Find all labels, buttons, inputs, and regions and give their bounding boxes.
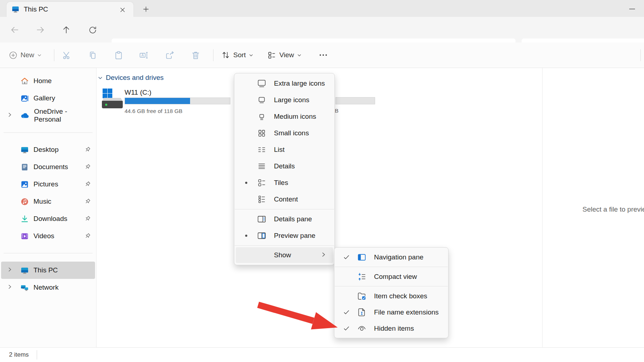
sidebar-item-videos[interactable]: Videos (1, 227, 95, 245)
submenu-item-hidden-items[interactable]: Hidden items (336, 320, 447, 336)
pin-icon (84, 198, 91, 205)
new-tab-button[interactable] (141, 4, 150, 14)
sidebar-item-home[interactable]: Home (1, 72, 95, 90)
sidebar-item-label: Downloads (33, 215, 67, 223)
sidebar-item-network[interactable]: Network (1, 279, 95, 296)
share-button[interactable] (165, 42, 175, 68)
menu-item-show[interactable]: Show (236, 247, 333, 263)
rename-button[interactable]: A (139, 42, 149, 68)
delete-icon (191, 50, 201, 60)
sidebar-item-desktop[interactable]: Desktop (1, 141, 95, 158)
submenu-item-label: Navigation pane (374, 253, 423, 261)
sidebar-item-label: Documents (33, 163, 68, 171)
menu-item-tiles[interactable]: Tiles (236, 175, 333, 191)
sidebar-item-onedrive[interactable]: OneDrive - Personal (1, 107, 95, 124)
sidebar-item-pictures[interactable]: Pictures (1, 176, 95, 193)
status-bar-divider (37, 350, 37, 359)
sidebar-item-downloads[interactable]: Downloads (1, 210, 95, 227)
expand-chevron-icon[interactable] (7, 267, 14, 274)
submenu-item-item-check-boxes[interactable]: Item check boxes (336, 288, 447, 304)
second-drive-text-fragment: B (335, 108, 338, 114)
refresh-button[interactable] (87, 24, 98, 35)
see-more-button[interactable] (318, 42, 328, 68)
menu-item-preview-pane[interactable]: Preview pane (236, 227, 333, 244)
delete-button[interactable] (191, 42, 201, 68)
onedrive-icon (21, 111, 30, 120)
submenu-item-label: File name extensions (374, 308, 439, 316)
sidebar-item-label: Home (33, 77, 52, 85)
up-button[interactable] (61, 24, 72, 35)
sidebar-item-label: Pictures (33, 180, 58, 188)
collapse-chevron-icon[interactable] (98, 75, 103, 81)
rename-icon: A (139, 50, 149, 60)
explorer-tab[interactable]: This PC (6, 2, 134, 17)
checkmark-icon (340, 254, 352, 261)
devices-and-drives-header[interactable]: Devices and drives (98, 74, 164, 82)
copy-button[interactable] (88, 42, 98, 68)
sidebar-separator (0, 124, 96, 141)
menu-item-label: Extra large icons (274, 80, 325, 87)
sidebar-item-label: Videos (33, 232, 54, 240)
view-button-label: View (279, 51, 294, 59)
menu-item-details[interactable]: Details (236, 158, 333, 175)
cut-icon (62, 50, 72, 60)
menu-item-list[interactable]: List (236, 141, 333, 158)
submenu-item-file-name-extensions[interactable]: File name extensions (336, 304, 447, 320)
sidebar-item-label: This PC (33, 266, 58, 274)
gallery-icon (21, 94, 29, 103)
sidebar-item-label: Gallery (33, 94, 55, 102)
navigation-pane-icon (352, 253, 371, 262)
sidebar-item-this-pc[interactable]: This PC (1, 262, 95, 279)
selected-bullet-icon (245, 235, 247, 237)
back-button[interactable] (9, 24, 20, 35)
hidden-items-icon (352, 324, 371, 333)
sidebar-item-gallery[interactable]: Gallery (1, 90, 95, 107)
new-button[interactable]: New (9, 42, 42, 68)
menu-item-large-icons[interactable]: Large icons (236, 92, 333, 108)
expand-chevron-icon[interactable] (7, 284, 14, 291)
sidebar-item-music[interactable]: Music (1, 193, 95, 210)
tab-title: This PC (24, 5, 48, 13)
small-icons-icon (252, 128, 271, 138)
paste-button[interactable] (114, 42, 123, 68)
navigation-bar: This PC (0, 17, 644, 42)
menu-item-content[interactable]: Content (236, 191, 333, 208)
view-button[interactable]: View (267, 42, 302, 68)
toolbar-divider-3 (640, 49, 641, 61)
group-header-label: Devices and drives (106, 74, 164, 82)
item-count: 2 items (9, 351, 29, 358)
pin-icon (84, 164, 91, 170)
drive-c-name[interactable]: W11 (C:) (125, 89, 152, 96)
menu-item-small-icons[interactable]: Small icons (236, 125, 333, 141)
pin-icon (84, 216, 91, 222)
new-button-label: New (21, 51, 34, 59)
command-toolbar: New A Sort View (0, 42, 644, 68)
drive-c-icon[interactable] (102, 89, 123, 109)
submenu-separator (335, 267, 448, 267)
menu-item-extra-large-icons[interactable]: Extra large icons (236, 75, 333, 92)
submenu-item-navigation-pane[interactable]: Navigation pane (336, 249, 447, 265)
menu-item-medium-icons[interactable]: Medium icons (236, 108, 333, 125)
this-pc-icon (21, 266, 29, 275)
sort-button[interactable]: Sort (221, 42, 253, 68)
drive-usage-fill (125, 98, 190, 104)
menu-item-label: Details pane (274, 215, 312, 223)
sidebar-item-documents[interactable]: Documents (1, 158, 95, 176)
menu-item-details-pane[interactable]: Details pane (236, 211, 333, 227)
submenu-item-compact-view[interactable]: Compact view (336, 268, 447, 285)
preview-placeholder-text: Select a file to preview (582, 205, 644, 213)
plus-circle-icon (9, 51, 18, 60)
menu-item-label: Show (274, 251, 291, 259)
sidebar-item-label: Network (33, 284, 59, 291)
sort-icon (221, 50, 230, 60)
forward-button[interactable] (35, 24, 46, 35)
pin-icon (84, 146, 91, 153)
cut-button[interactable] (62, 42, 72, 68)
tab-close-icon[interactable] (118, 5, 127, 14)
windows-logo-icon (103, 89, 113, 99)
expand-chevron-icon[interactable] (7, 112, 14, 119)
chevron-down-icon (297, 53, 302, 58)
menu-item-label: Small icons (274, 129, 309, 137)
minimize-button[interactable] (625, 3, 639, 14)
preview-pane-divider[interactable] (542, 68, 542, 347)
